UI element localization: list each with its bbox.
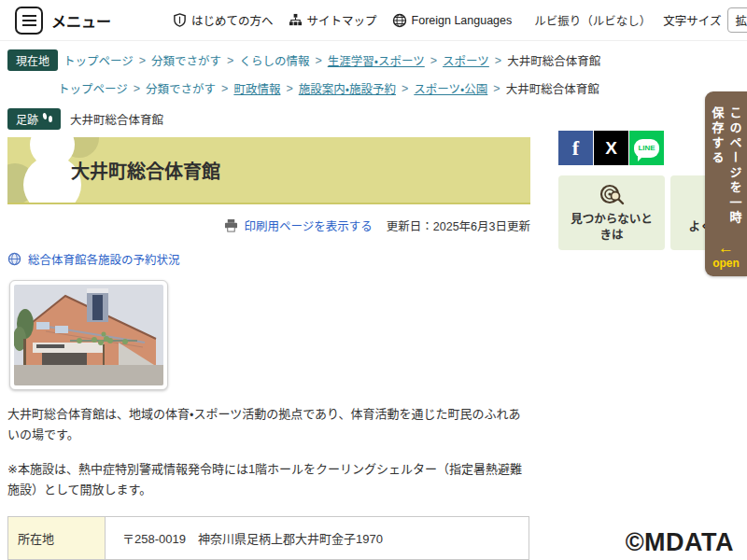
table-row: 所在地 〒258-0019 神奈川県足柄上郡大井町金子1970: [8, 517, 529, 560]
breadcrumb-link[interactable]: 町政情報: [233, 79, 280, 97]
breadcrumb-row-1: 現在地 トップページ > 分類でさがす > くらしの情報 > 生涯学習・スポーツ…: [7, 49, 747, 71]
line-share-button[interactable]: LINE: [629, 131, 664, 165]
not-found-label: 見つからないときは: [570, 212, 654, 244]
print-row: 印刷用ページを表示する 更新日：2025年6月3日更新: [7, 217, 530, 234]
sitemap-link[interactable]: サイトマップ: [289, 11, 377, 29]
facebook-icon: f: [572, 136, 579, 161]
font-enlarge-button[interactable]: 拡大: [727, 7, 747, 33]
toolbar-divider: [521, 10, 529, 29]
search-maze-icon: [598, 183, 626, 207]
footprint-icon: [43, 116, 52, 122]
printer-icon: [224, 219, 238, 232]
not-found-help-button[interactable]: 見つからないときは: [558, 175, 665, 250]
breadcrumb-row-2: トップページ > 分類でさがす > 町政情報 > 施設案内・施設予約 > スポー…: [58, 79, 747, 97]
breadcrumb-link[interactable]: トップページ: [63, 51, 134, 69]
breadcrumb-link[interactable]: 施設案内・施設予約: [299, 79, 396, 97]
sitemap-icon: [289, 13, 303, 27]
breadcrumb-link[interactable]: トップページ: [58, 79, 128, 97]
beginners-link[interactable]: はじめての方へ: [173, 11, 274, 29]
breadcrumb-current: 大井町総合体育館: [507, 51, 600, 69]
save-page-tab[interactable]: このページを一時保存する ← open: [705, 91, 747, 276]
reservation-row: 総合体育館各施設の予約状況: [7, 250, 747, 268]
breadcrumb-link[interactable]: 分類でさがす: [151, 51, 221, 69]
left-arrow-icon: ←: [718, 240, 734, 256]
accessibility-toolbar: メニュー はじめての方へ サイトマップ Foreign Languages ルビ…: [0, 0, 747, 41]
footprints-trail: 大井町総合体育館: [70, 110, 163, 128]
external-link-icon: [7, 252, 21, 266]
reservation-status-link[interactable]: 総合体育館各施設の予約状況: [28, 250, 180, 268]
updated-date: 更新日：2025年6月3日更新: [387, 217, 530, 234]
foreign-languages-link[interactable]: Foreign Languages: [392, 13, 513, 28]
shield-icon: [173, 13, 187, 27]
breadcrumb-current: 大井町総合体育館: [506, 79, 599, 97]
gymnasium-photo-illustration: [14, 285, 163, 385]
social-share-bar: f X LINE: [558, 131, 664, 165]
save-page-label: このページを一時保存する: [709, 106, 744, 240]
current-location-badge: 現在地: [7, 49, 58, 71]
row-value: 〒258-0019 神奈川県足柄上郡大井町金子1970: [106, 517, 529, 560]
hamburger-icon: [15, 7, 43, 35]
footprints-badge: 足跡: [7, 108, 61, 130]
open-label: open: [712, 258, 740, 269]
menu-label: メニュー: [51, 9, 111, 32]
font-size-label: 文字サイズ: [663, 11, 721, 29]
breadcrumb-link[interactable]: 分類でさがす: [146, 79, 216, 97]
x-share-button[interactable]: X: [594, 131, 628, 165]
facebook-share-button[interactable]: f: [558, 131, 593, 165]
breadcrumb-link[interactable]: 生涯学習・スポーツ: [328, 51, 425, 69]
facility-photo: [9, 280, 168, 390]
page-title: 大井町総合体育館: [71, 157, 220, 184]
facility-info-table: 所在地 〒258-0019 神奈川県足柄上郡大井町金子1970 電話番号 046…: [7, 516, 529, 560]
footprints-row: 足跡 大井町総合体育館: [7, 108, 747, 130]
globe-icon: [392, 13, 407, 28]
description-paragraph: 大井町総合体育館は、地域の体育・スポーツ活動の拠点であり、体育活動を通じた町民の…: [7, 404, 527, 445]
breadcrumb-link[interactable]: くらしの情報: [239, 51, 309, 69]
x-icon: X: [605, 138, 617, 159]
cooling-shelter-note: ※本施設は、熱中症特別警戒情報発令時には1階ホールをクーリングシェルター（指定暑…: [7, 459, 527, 500]
print-page-link[interactable]: 印刷用ページを表示する: [245, 217, 373, 234]
watermark: ©MDATA: [626, 528, 734, 557]
breadcrumb-link[interactable]: スポーツ・公園: [414, 79, 487, 97]
row-label: 所在地: [8, 517, 106, 560]
breadcrumb-link[interactable]: スポーツ: [443, 51, 489, 69]
page-title-banner: 大井町総合体育館: [7, 137, 530, 204]
ruby-toggle[interactable]: ルビ振り（ルビなし）: [534, 11, 651, 29]
menu-button[interactable]: メニュー: [15, 7, 111, 35]
line-icon: LINE: [634, 139, 659, 158]
